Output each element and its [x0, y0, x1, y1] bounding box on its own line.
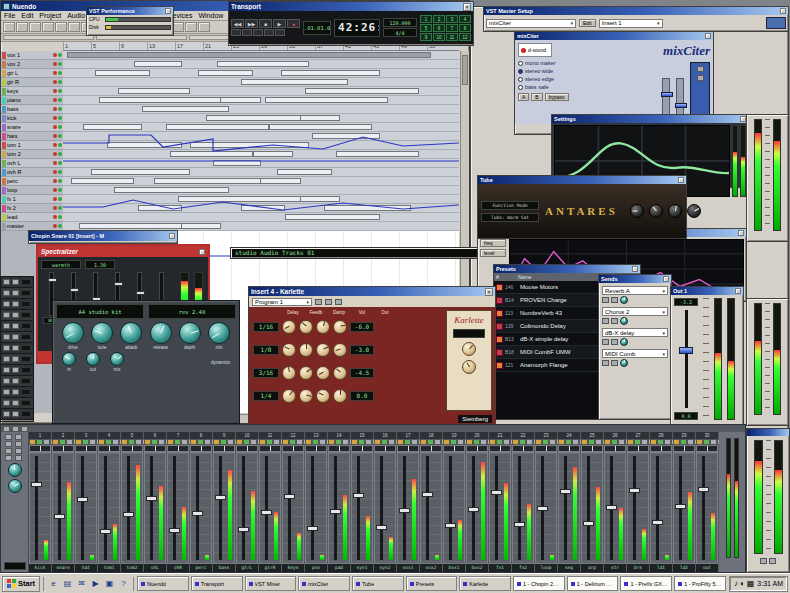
folder-icon[interactable]: ▤: [61, 577, 74, 590]
marker-cell[interactable]: 8: [459, 24, 471, 32]
channel-fader[interactable]: [31, 482, 42, 487]
transport-mode-button[interactable]: [264, 29, 274, 36]
mini-button[interactable]: [12, 279, 19, 285]
position-display[interactable]: 38.01.01.036: [303, 21, 331, 35]
edit-button[interactable]: [181, 439, 188, 445]
tap-knob[interactable]: [282, 366, 296, 380]
send-select[interactable]: Reverb A: [602, 286, 668, 295]
mute-button[interactable]: [29, 439, 36, 445]
pan-control[interactable]: [628, 446, 648, 451]
mode-lcd[interactable]: warmth: [41, 260, 81, 269]
tap-knob[interactable]: [299, 320, 313, 334]
record-dot[interactable]: [53, 152, 57, 156]
channel-fader[interactable]: [215, 495, 226, 500]
close-button[interactable]: ×: [485, 288, 493, 296]
edit-button[interactable]: [687, 439, 694, 445]
solo-button[interactable]: [82, 439, 89, 445]
record-dot[interactable]: [53, 188, 57, 192]
solo-button[interactable]: [151, 439, 158, 445]
effect-select[interactable]: mixCiter: [486, 19, 576, 28]
channel-mini-row[interactable]: [1, 332, 33, 343]
mixer-strip[interactable]: 16syn2: [374, 432, 397, 572]
record-dot[interactable]: [53, 89, 57, 93]
close-button[interactable]: [169, 233, 175, 239]
channel-fader[interactable]: [353, 493, 364, 498]
pan-control[interactable]: [122, 446, 142, 451]
edit-button[interactable]: [457, 439, 464, 445]
mini-button[interactable]: [3, 367, 10, 373]
solo-button[interactable]: [657, 439, 664, 445]
output-fader[interactable]: [679, 347, 693, 354]
mute-button[interactable]: [52, 439, 59, 445]
solo-button[interactable]: [312, 439, 319, 445]
pan-control[interactable]: [444, 446, 464, 451]
program-select[interactable]: Program 1: [252, 298, 312, 306]
pan-control[interactable]: [697, 446, 717, 451]
master-button[interactable]: [5, 455, 12, 461]
channel-fader[interactable]: [675, 504, 686, 509]
edit-button[interactable]: [319, 439, 326, 445]
mixer-strip[interactable]: 25arp: [581, 432, 604, 572]
pan-control[interactable]: [237, 446, 257, 451]
mixer-strip[interactable]: 8perc: [190, 432, 213, 572]
mini-button[interactable]: [12, 389, 19, 395]
master-button[interactable]: [15, 455, 22, 461]
transport-mode-button[interactable]: [253, 29, 263, 36]
mini-button[interactable]: [12, 378, 19, 384]
value-lcd[interactable]: 1.30: [85, 260, 115, 269]
edit-button[interactable]: [250, 439, 257, 445]
toolbar-button[interactable]: [55, 22, 67, 32]
marker-cell[interactable]: 11: [446, 33, 458, 41]
mini-button[interactable]: [3, 290, 10, 296]
task-button[interactable]: 1 - Delirium 1.2 D...: [567, 576, 619, 591]
pan-control[interactable]: [145, 446, 165, 451]
pan-control[interactable]: [306, 446, 326, 451]
record-dot[interactable]: [53, 170, 57, 174]
monitor-dot[interactable]: [58, 89, 62, 93]
preset-titlebar[interactable]: Presets: [494, 265, 640, 273]
solo-button[interactable]: [634, 439, 641, 445]
mute-button[interactable]: [535, 439, 542, 445]
channel-mini-row[interactable]: [1, 387, 33, 398]
mini-button[interactable]: [12, 323, 19, 329]
edit-button[interactable]: [434, 439, 441, 445]
send-knob[interactable]: [620, 359, 628, 367]
mix-knob[interactable]: [462, 342, 476, 356]
mute-button[interactable]: [351, 439, 358, 445]
solo-button[interactable]: [427, 439, 434, 445]
mixer-strip[interactable]: 7ohR: [167, 432, 190, 572]
solo-button[interactable]: [473, 439, 480, 445]
mixer-strip[interactable]: 18vox2: [420, 432, 443, 572]
channel-fader[interactable]: [192, 511, 203, 516]
mute-button[interactable]: [443, 439, 450, 445]
toolbar-button[interactable]: [198, 22, 210, 32]
mixciter-button[interactable]: bypass: [545, 93, 569, 101]
monitor-dot[interactable]: [58, 179, 62, 183]
solo-button[interactable]: [680, 439, 687, 445]
channel-fader[interactable]: [100, 529, 111, 534]
transport-titlebar[interactable]: Transport×: [229, 2, 473, 11]
tap-knob[interactable]: [299, 389, 313, 403]
master-button[interactable]: [5, 434, 12, 440]
channel-mini-row[interactable]: [1, 277, 33, 288]
mode-option[interactable]: bass safe: [518, 83, 606, 91]
channel-mini-row[interactable]: [1, 365, 33, 376]
pan-control[interactable]: [398, 446, 418, 451]
mute-button[interactable]: [581, 439, 588, 445]
master-button[interactable]: [5, 448, 12, 454]
mode-option[interactable]: mono maker: [518, 59, 606, 67]
channel-fader[interactable]: [560, 489, 571, 494]
solo-button[interactable]: [611, 439, 618, 445]
menu-item[interactable]: File: [1, 11, 18, 20]
start-button[interactable]: Start: [2, 576, 40, 592]
channel-fader[interactable]: [169, 528, 180, 533]
tube-knob[interactable]: [668, 204, 682, 218]
task-button[interactable]: 1 - Chopin 28 Pre...: [513, 576, 565, 591]
mixer-strip[interactable]: 2snare: [52, 432, 75, 572]
mixer-strip[interactable]: 6ohL: [144, 432, 167, 572]
edit-button[interactable]: [296, 439, 303, 445]
mixer-strip[interactable]: 1kick: [29, 432, 52, 572]
pan-control[interactable]: [191, 446, 211, 451]
monitor-dot[interactable]: [58, 161, 62, 165]
channel-fader[interactable]: [629, 488, 640, 493]
